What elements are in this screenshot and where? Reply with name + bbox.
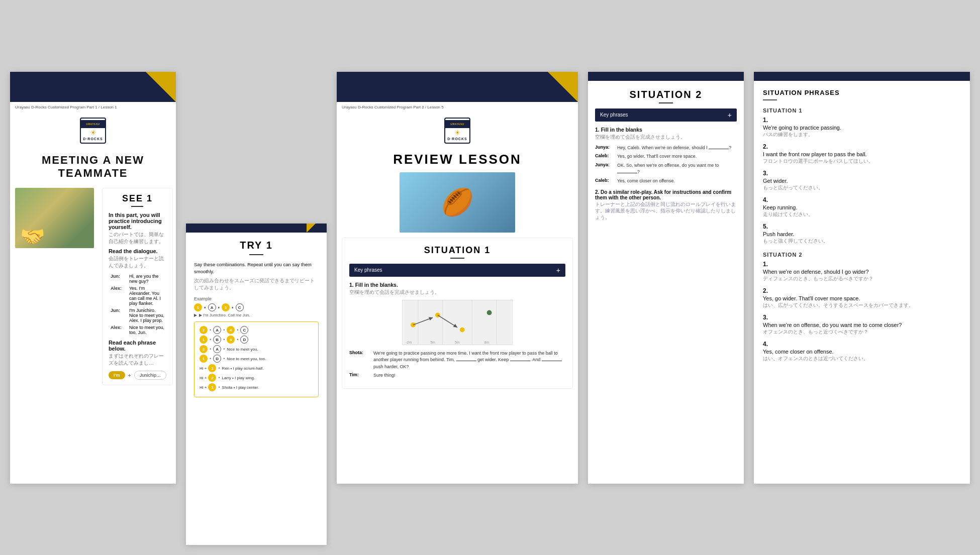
card2b-top-bar bbox=[186, 224, 327, 233]
phrase-item-2-4: 4. Yes, come closer on offense. はい、オフェンス… bbox=[763, 341, 961, 362]
key-phrases-bar-2[interactable]: Key phrases + bbox=[595, 108, 737, 122]
example-play-result: ▶ ▶ I'm Junichiro. Call me Jun. bbox=[194, 313, 319, 317]
blank1 bbox=[456, 361, 476, 361]
drocks-logo: URAYASU ☀ D·ROCKS bbox=[80, 118, 106, 144]
sit2-section-label: SITUATION 2 bbox=[763, 252, 961, 258]
q1-en-2: 1. Fill in the blanks bbox=[595, 127, 737, 133]
phrase-num: 2. bbox=[763, 287, 961, 294]
phrase-num: 1. bbox=[763, 117, 961, 124]
card1-see1-box: SEE 1 In this part, you will practice in… bbox=[102, 188, 173, 385]
example-play-text: ▶ I'm Junichiro. Call me Jun. bbox=[199, 313, 250, 317]
table-row: Shota: We're going to practice passing o… bbox=[349, 350, 565, 371]
speaker-alex1: Alex: bbox=[110, 285, 127, 306]
phrase-jp: もっと広がってください。 bbox=[763, 184, 961, 191]
hi-prefix2: Hi + bbox=[200, 376, 207, 380]
card-try1: TRY 1 Say these combinations. Repeat unt… bbox=[186, 224, 327, 545]
field-diagram: -2m 5m 5m 8m bbox=[402, 300, 513, 345]
yellow-wedge-decoration bbox=[307, 224, 327, 233]
card1-breadcrumb: Urayasu D-Rocks Customized Program Part … bbox=[10, 102, 176, 113]
phrase-en: When we're on defense, should I go wider… bbox=[763, 269, 961, 275]
n1d: 1 bbox=[200, 355, 208, 363]
shota-speaker: Shota: bbox=[349, 350, 369, 371]
card1-header bbox=[10, 72, 176, 102]
circle-C: C bbox=[236, 303, 244, 311]
key-phrases-plus-1[interactable]: + bbox=[556, 267, 560, 274]
svg-text:5m: 5m bbox=[455, 341, 460, 344]
review-lesson-title: REVIEW LESSON bbox=[337, 147, 578, 172]
phrase-jp: ディフェンスのとき、もっと広がるべきですか？ bbox=[763, 275, 961, 282]
blank-d1 bbox=[709, 149, 729, 149]
line-alex1: Yes. I'm Alexander. You can call me Al. … bbox=[128, 285, 165, 306]
phrase-en: Get wider. bbox=[763, 178, 961, 184]
phrase-jp: パスの練習をします。 bbox=[763, 131, 961, 138]
circle-3: 3 bbox=[222, 303, 230, 311]
key-phrases-bar-1[interactable]: Key phrases + bbox=[349, 264, 565, 277]
see1-divider bbox=[131, 206, 143, 207]
grid-row-1: 2 • A • 4 • C bbox=[200, 326, 313, 334]
card-meeting-new-teammate: Urayasu D-Rocks Customized Program Part … bbox=[10, 72, 176, 484]
card3-header bbox=[337, 72, 578, 102]
card4-content: SITUATION 2 Key phrases + 1. Fill in the… bbox=[588, 81, 744, 233]
circle-A: A bbox=[208, 303, 216, 311]
read-phrase-en: Read each phrase below. bbox=[109, 340, 166, 352]
plus-separator: + bbox=[128, 372, 131, 378]
table-row: Caleb: Yes, go wider. That'll cover more… bbox=[595, 153, 737, 160]
try1-text-jp: 次の組み合わせをスムーズに発話できるまでリピートしてみましょう。 bbox=[194, 277, 319, 292]
q1-jp-1: 空欄を埋めて会話を完成させましょう。 bbox=[349, 289, 565, 296]
see1-title: SEE 1 bbox=[109, 193, 166, 204]
text-nice2: Nice to meet you, too. bbox=[227, 357, 266, 361]
situation2-divider bbox=[659, 102, 673, 103]
svg-point-11 bbox=[460, 327, 465, 332]
phrase-btn-im[interactable]: I'm bbox=[109, 371, 125, 379]
tim-speaker: Tim: bbox=[349, 372, 369, 379]
table-row: Alex: Nice to meet you, too, Jun. bbox=[110, 324, 165, 336]
phrase-en: Yes, come closer on offense. bbox=[763, 349, 961, 355]
phrase-en: When we're on offense, do you want me to… bbox=[763, 322, 961, 328]
sit-phrases-header bbox=[754, 72, 970, 81]
logo-top-text: URAYASU bbox=[81, 120, 105, 128]
sit-phrases-title: SITUATION phrases bbox=[763, 89, 961, 96]
phrase-btn-junichiro[interactable]: Junichiр… bbox=[134, 371, 166, 380]
situation1-title: SITUATION 1 bbox=[349, 245, 565, 256]
situation2-phrases-section: SITUATION 2 1. When we're on defense, sh… bbox=[763, 252, 961, 362]
q1-jp-2: 空欄を埋めて会話を完成させましょう。 bbox=[595, 134, 737, 141]
phrase-item-2-3: 3. When we're on offense, do you want me… bbox=[763, 314, 961, 336]
grid-row-7: Hi + 1 • Shota • I play center. bbox=[200, 383, 313, 391]
key-phrases-label-1: Key phrases bbox=[354, 267, 382, 273]
junya-line1: Hey, Caleb. When we're on defense, shoul… bbox=[617, 145, 731, 152]
review-team-photo: 🏉 bbox=[400, 172, 515, 233]
read-dialogue-jp: 会話例をトレーナーと読んでみましょう。 bbox=[109, 255, 166, 269]
players-photo-icon: 🤝 bbox=[15, 224, 50, 248]
intro-jp: このパートでは、簡単な自己紹介を練習します。 bbox=[109, 231, 166, 245]
yellow-corner-tri bbox=[548, 72, 578, 102]
table-row: Junya: Hey, Caleb. When we're on defense… bbox=[595, 145, 737, 152]
situation2-dialogue: Junya: Hey, Caleb. When we're on defense… bbox=[595, 145, 737, 185]
logo-sun-2: ☀ bbox=[454, 128, 461, 137]
phrase-num: 4. bbox=[763, 341, 961, 348]
phrase-num: 4. bbox=[763, 196, 961, 203]
hi-prefix1: Hi + bbox=[200, 366, 207, 371]
phrase-num: 3. bbox=[763, 314, 961, 321]
line-jun1: Hi, are you the new guy? bbox=[128, 273, 165, 284]
caleb-line2: Yes, come closer on offense. bbox=[617, 178, 675, 185]
card1-photo: 🤝 bbox=[15, 188, 94, 248]
q2-en: 2. Do a similar role-play. Ask for instr… bbox=[595, 189, 737, 200]
play-icon: ▶ bbox=[194, 313, 197, 317]
team-photo-icon: 🏉 bbox=[441, 187, 474, 217]
logo-top-2: URAYASU bbox=[445, 120, 469, 128]
phrase-en: Yes, go wider. That'll cover more space. bbox=[763, 295, 961, 301]
key-phrases-plus-2[interactable]: + bbox=[728, 112, 732, 119]
speaker-alex2: Alex: bbox=[110, 324, 127, 336]
example-combo-row: 1 • A • 3 • C bbox=[194, 303, 319, 311]
example-label: Example bbox=[194, 296, 319, 301]
n1b: 1 bbox=[200, 336, 208, 344]
hi-prefix3: Hi + bbox=[200, 385, 207, 390]
shota-line: We're going to practice passing one more… bbox=[373, 350, 565, 371]
card3-logo-area: URAYASU ☀ D·ROCKS bbox=[337, 113, 578, 147]
lDd: D bbox=[213, 355, 221, 363]
n4b: 4 bbox=[227, 336, 235, 344]
n2f: 2 bbox=[208, 374, 216, 382]
dialogue-table: Jun: Hi, are you the new guy? Alex: Yes.… bbox=[109, 272, 166, 337]
phrase-jp: はい、広がってください。そうするとスペースをカバーできます。 bbox=[763, 302, 961, 309]
table-row: Alex: Yes. I'm Alexander. You can call m… bbox=[110, 285, 165, 306]
